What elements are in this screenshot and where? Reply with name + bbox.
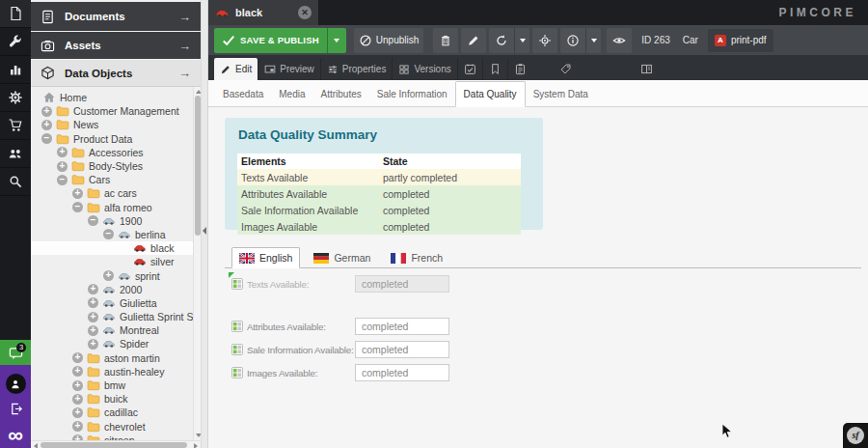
users-rail-button[interactable] — [0, 140, 31, 168]
tree-item[interactable]: austin-healey — [31, 365, 193, 378]
tree-item[interactable]: Accessories — [31, 146, 193, 159]
accordion-documents[interactable]: Documents → — [31, 2, 201, 31]
tree-item[interactable]: Home — [31, 91, 193, 104]
subtab[interactable]: Media — [271, 81, 312, 107]
subtab[interactable]: System Data — [526, 81, 596, 107]
locate-in-tree-button[interactable] — [532, 28, 557, 53]
tree-item[interactable]: sprint — [31, 268, 193, 282]
tab-properties[interactable]: Properties — [320, 58, 393, 80]
reports-rail-button[interactable] — [0, 56, 31, 84]
tab-preview[interactable]: Preview — [258, 58, 320, 80]
tree-expander-icon[interactable] — [72, 366, 83, 377]
unpublish-button[interactable]: Unpublish — [354, 28, 423, 53]
tree-item[interactable]: Body-Styles — [31, 159, 193, 173]
tree-expander-icon[interactable] — [72, 188, 83, 199]
tab-language-english[interactable]: English — [231, 247, 300, 268]
field-input[interactable] — [355, 318, 449, 335]
tree-horizontal-scrollbar[interactable] — [31, 440, 201, 448]
field-input[interactable] — [355, 275, 449, 293]
tree-item[interactable]: Cars — [31, 173, 193, 186]
pimcore-logo-icon[interactable]: ∞ — [8, 425, 23, 446]
tree-expander-icon[interactable] — [41, 133, 52, 144]
scroll-left-icon[interactable] — [34, 443, 38, 448]
tree-item[interactable]: Gulietta Sprint Specia — [31, 310, 193, 323]
settings-rail-button[interactable] — [0, 84, 31, 112]
tree-item[interactable]: buick — [31, 392, 193, 406]
tree-item[interactable]: 1900 — [31, 214, 193, 228]
tree-item[interactable]: Montreal — [31, 323, 193, 337]
tree-expander-icon[interactable] — [88, 325, 98, 336]
tab-versions[interactable]: Versions — [392, 58, 456, 80]
tools-rail-button[interactable] — [0, 28, 31, 56]
save-publish-button[interactable]: SAVE & PUBLISH — [214, 28, 346, 53]
tree-item[interactable]: News — [31, 118, 193, 131]
tree-item[interactable]: aston martin — [31, 351, 193, 365]
reload-button[interactable] — [489, 28, 514, 53]
tree-item[interactable]: chevrolet — [31, 420, 193, 434]
tab-language-german[interactable]: German — [307, 247, 377, 268]
tree-expander-icon[interactable] — [72, 352, 83, 363]
collapse-handle-icon[interactable] — [203, 227, 206, 235]
tab-black[interactable]: black ✕ — [208, 0, 318, 25]
info-button[interactable] — [560, 28, 585, 53]
schedule-tab-button[interactable] — [457, 58, 482, 80]
scrollbar-thumb[interactable] — [41, 442, 187, 448]
tab-edit[interactable]: Edit — [214, 58, 258, 80]
tree-expander-icon[interactable] — [72, 421, 83, 432]
tree-expander-icon[interactable] — [72, 202, 83, 212]
symfony-debug-button[interactable]: sf — [843, 423, 868, 448]
tree-item[interactable]: cadillac — [31, 406, 193, 419]
tree-expander-icon[interactable] — [41, 120, 52, 130]
tree-item[interactable]: Spider — [31, 337, 193, 350]
tab-close-icon[interactable]: ✕ — [298, 6, 312, 19]
tree-expander-icon[interactable] — [103, 270, 114, 281]
accordion-assets[interactable]: Assets → — [31, 32, 201, 59]
tree-item[interactable]: 2000 — [31, 283, 193, 296]
workflow-tab-button[interactable] — [635, 58, 660, 80]
tree-expander-icon[interactable] — [88, 215, 98, 226]
documents-rail-button[interactable] — [0, 0, 31, 28]
subtab[interactable]: Sale Information — [369, 81, 455, 107]
tree-item[interactable]: Product Data — [31, 132, 193, 146]
tree-item[interactable]: alfa romeo — [31, 201, 193, 214]
tree-item[interactable]: Giulietta — [31, 296, 193, 310]
subtab[interactable]: Data Quality — [455, 81, 526, 107]
logout-button[interactable] — [9, 402, 23, 420]
tree-item[interactable]: citroen — [31, 434, 193, 440]
tree-expander-icon[interactable] — [88, 297, 98, 308]
tree-expander-icon[interactable] — [57, 161, 68, 172]
tree-expander-icon[interactable] — [72, 394, 83, 405]
field-input[interactable] — [355, 364, 449, 381]
rename-button[interactable] — [461, 28, 486, 53]
tree-expander-icon[interactable] — [88, 312, 98, 322]
ecommerce-rail-button[interactable] — [0, 112, 31, 140]
tree-expander-icon[interactable] — [88, 284, 98, 294]
print-pdf-button[interactable]: A print-pdf — [708, 29, 773, 52]
tree-item[interactable]: Customer Management — [31, 104, 193, 118]
reload-dropdown-button[interactable] — [514, 28, 529, 53]
tree-expander-icon[interactable] — [41, 106, 52, 117]
tree-expander-icon[interactable] — [103, 229, 114, 239]
subtab[interactable]: Attributes — [313, 81, 369, 107]
tree-item[interactable]: ac cars — [31, 186, 193, 200]
scroll-right-icon[interactable] — [194, 443, 198, 448]
notifications-button[interactable] — [0, 340, 31, 365]
bookmark-tab-button[interactable] — [482, 58, 507, 80]
tree-item[interactable]: berlina — [31, 228, 193, 241]
subtab[interactable]: Basedata — [215, 81, 271, 107]
delete-button[interactable] — [433, 28, 458, 53]
tree-item[interactable]: silver — [31, 255, 193, 268]
preview-eye-button[interactable] — [607, 28, 632, 53]
tree-expander-icon[interactable] — [72, 407, 83, 418]
tree-expander-icon[interactable] — [72, 380, 83, 391]
tab-language-french[interactable]: French — [384, 247, 449, 268]
sidebar-splitter[interactable] — [201, 0, 208, 448]
notes-tab-button[interactable] — [507, 58, 532, 80]
tree-expander-icon[interactable] — [57, 147, 68, 157]
user-avatar-button[interactable] — [6, 374, 26, 394]
save-dropdown-button[interactable] — [327, 28, 346, 53]
field-input[interactable] — [355, 341, 449, 358]
search-rail-button[interactable] — [0, 168, 31, 196]
tree-expander-icon[interactable] — [88, 339, 98, 350]
info-dropdown-button[interactable] — [585, 28, 601, 53]
